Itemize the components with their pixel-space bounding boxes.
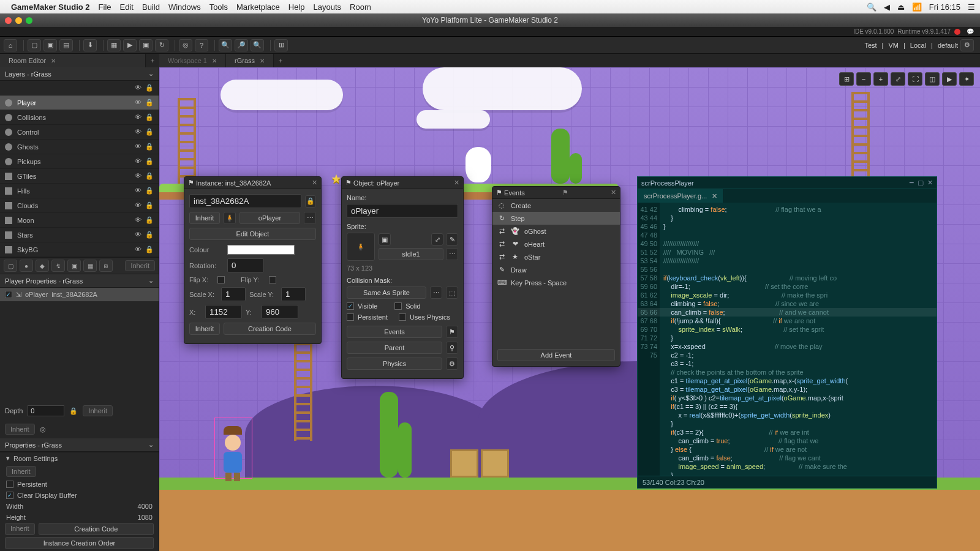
sprite-preview[interactable]: 🧍 xyxy=(347,233,375,261)
menu-marketplace[interactable]: Marketplace xyxy=(236,2,280,12)
scalex-input[interactable] xyxy=(221,287,246,301)
anim-icon[interactable]: ✦ xyxy=(959,72,974,86)
inherit-button[interactable]: Inherit xyxy=(125,260,155,271)
y-input[interactable] xyxy=(262,305,298,319)
menu-build[interactable]: Build xyxy=(142,2,160,12)
close-panel-icon[interactable]: ✕ xyxy=(611,189,616,197)
player-sprite[interactable] xyxy=(218,430,247,478)
inherit-button[interactable]: Inherit xyxy=(83,405,113,416)
layers-header[interactable]: Layers - rGrass ⌄ xyxy=(0,67,159,81)
event-row[interactable]: ↻Step xyxy=(492,212,620,225)
colour-swatch[interactable] xyxy=(227,245,295,255)
zoom-fit-icon[interactable]: ⤢ xyxy=(891,72,905,86)
menu-help[interactable]: Help xyxy=(288,2,305,12)
layer-row[interactable]: SkyBG👁🔒 xyxy=(0,242,159,257)
event-row[interactable]: ⌨Key Press - Space xyxy=(492,276,620,289)
new-project-icon[interactable]: ▢ xyxy=(28,39,41,51)
event-row[interactable]: ✎Draw xyxy=(492,263,620,276)
run-icon[interactable]: ▶ xyxy=(123,39,137,51)
rotation-input[interactable] xyxy=(227,258,264,272)
lock-icon[interactable]: 🔒 xyxy=(145,231,154,239)
add-panel-icon[interactable]: + xyxy=(146,54,159,67)
event-row[interactable]: ◌Create xyxy=(492,199,620,212)
fullscreen-icon[interactable]: ⛶ xyxy=(908,72,922,86)
solid-checkbox[interactable] xyxy=(394,302,402,310)
lock-icon[interactable]: 🔒 xyxy=(145,128,154,136)
layer-row[interactable]: Clouds👁🔒 xyxy=(0,198,159,213)
eye-icon[interactable]: 👁 xyxy=(135,99,141,107)
target-icon[interactable]: ◎ xyxy=(179,39,192,51)
close-tab-icon[interactable]: ✕ xyxy=(260,58,265,64)
width-value[interactable]: 4000 xyxy=(138,503,153,510)
code-window[interactable]: scrProcessPlayer ━▢✕ scrProcessPlayer.g.… xyxy=(637,176,937,489)
config-gear-icon[interactable]: ⚙ xyxy=(960,39,974,51)
close-panel-icon[interactable]: ✕ xyxy=(312,179,317,187)
eye-icon[interactable]: 👁 xyxy=(135,143,141,151)
close-tab-icon[interactable]: ✕ xyxy=(212,58,217,64)
close-tab-icon[interactable]: ✕ xyxy=(51,58,56,64)
delete-layer-icon[interactable]: ⦻ xyxy=(99,260,113,272)
layer-row[interactable]: GTiles👁🔒 xyxy=(0,169,159,184)
config-name[interactable]: default xyxy=(935,42,960,49)
tab-rgrass[interactable]: rGrass✕ xyxy=(226,54,274,67)
sprite-dropdown[interactable]: sIdle1 xyxy=(379,248,443,260)
event-row[interactable]: ⇄👻oGhost xyxy=(492,225,620,238)
lock-icon[interactable]: 🔒 xyxy=(145,187,154,195)
clock[interactable]: Fri 16:15 xyxy=(929,2,960,12)
chevron-down-icon[interactable]: ⌄ xyxy=(148,441,154,449)
lock-icon[interactable]: 🔒 xyxy=(145,143,154,151)
scaley-input[interactable] xyxy=(281,287,306,301)
menu-tools[interactable]: Tools xyxy=(209,2,228,12)
expand-sprite-icon[interactable]: ⤢ xyxy=(431,233,443,246)
persistent-checkbox[interactable] xyxy=(347,313,354,321)
more-icon[interactable]: ⋯ xyxy=(430,287,442,299)
add-event-button[interactable]: Add Event xyxy=(497,349,615,361)
help-icon[interactable]: ? xyxy=(195,39,208,51)
chevron-down-icon[interactable]: ⌄ xyxy=(148,277,154,285)
lock-icon[interactable]: 🔒 xyxy=(145,201,154,209)
inherit-button[interactable]: Inherit xyxy=(189,212,220,224)
wifi-icon[interactable]: 📶 xyxy=(912,2,922,12)
zoom-reset-icon[interactable]: 🔎 xyxy=(235,39,248,51)
instance-row[interactable]: ⇲ oPlayer inst_38A2682A xyxy=(0,288,159,301)
add-instance-layer-icon[interactable]: ▢ xyxy=(4,260,17,272)
instance-name-input[interactable] xyxy=(189,194,301,208)
notification-icon[interactable] xyxy=(954,29,960,35)
lock-icon[interactable]: 🔒 xyxy=(145,157,154,165)
open-project-icon[interactable]: ▣ xyxy=(43,39,57,51)
more-icon[interactable]: ⋯ xyxy=(304,212,316,224)
menu-file[interactable]: File xyxy=(99,2,111,12)
object-name-input[interactable] xyxy=(347,204,458,218)
close-panel-icon[interactable]: ✕ xyxy=(454,179,459,187)
spotlight-icon[interactable]: 🔍 xyxy=(867,2,876,12)
eye-icon[interactable]: 👁 xyxy=(135,231,141,239)
lock-icon[interactable]: 🔒 xyxy=(145,99,154,107)
lock-icon[interactable]: 🔒 xyxy=(145,113,154,121)
layer-row[interactable]: Pickups👁🔒 xyxy=(0,154,159,169)
add-tab-icon[interactable]: + xyxy=(274,54,287,67)
zoom-in-icon[interactable]: + xyxy=(873,72,888,86)
physics-checkbox[interactable] xyxy=(399,313,406,321)
eye-icon[interactable]: 👁 xyxy=(135,84,141,92)
maximize-icon[interactable]: ▢ xyxy=(918,179,924,187)
close-icon[interactable]: ✕ xyxy=(927,179,933,187)
select-icon[interactable]: ◫ xyxy=(925,72,940,86)
layer-row[interactable]: Moon👁🔒 xyxy=(0,213,159,228)
instance-panel[interactable]: ⚑ Instance: inst_38A2682A✕ 🔒 Inherit 🧍 o… xyxy=(184,176,322,344)
layer-row[interactable]: Control👁🔒 xyxy=(0,125,159,140)
lock-icon[interactable]: 🔒 xyxy=(69,407,78,415)
home-icon[interactable]: ⌂ xyxy=(4,39,17,51)
lock-icon[interactable]: 🔒 xyxy=(145,84,154,92)
clear-buffer-checkbox[interactable] xyxy=(6,492,13,499)
object-dropdown[interactable]: oPlayer xyxy=(239,212,300,224)
depth-input[interactable] xyxy=(28,405,64,416)
inherit-button[interactable]: Inherit xyxy=(6,466,36,477)
player-props-header[interactable]: Player Properties - rGrass ⌄ xyxy=(0,274,159,288)
eye-icon[interactable]: 👁 xyxy=(135,216,141,224)
creation-code-button[interactable]: Creation Code xyxy=(39,523,154,535)
flipx-checkbox[interactable] xyxy=(217,276,225,283)
chevron-down-icon[interactable]: ⌄ xyxy=(148,70,154,78)
menu-layouts[interactable]: Layouts xyxy=(314,2,342,12)
layer-row[interactable]: Hills👁🔒 xyxy=(0,184,159,198)
menu-room[interactable]: Room xyxy=(350,2,371,12)
